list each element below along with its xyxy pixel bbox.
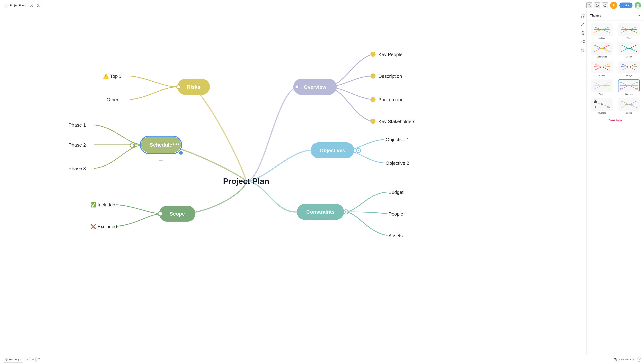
header: ‹ Project Plan ▾ i [0,0,322,11]
add-child: + [159,157,163,164]
other-label: Other [106,97,118,102]
canvas[interactable]: Project Plan Overview Key People Descrip… [0,11,322,182]
project-name[interactable]: Project Plan ▾ [10,4,26,7]
project-dropdown-icon: ▾ [25,4,26,6]
svg-text:i: i [31,4,32,7]
center-node-label: Project Plan [223,177,269,182]
header-left: ‹ Project Plan ▾ i [3,2,42,8]
svg-point-19 [130,144,134,147]
phase1-label: Phase 1 [69,122,86,128]
risks-connector [177,85,180,88]
phase3-label: Phase 3 [69,166,86,171]
svg-point-8 [295,85,299,88]
svg-point-17 [176,143,177,145]
phase2-label: Phase 2 [69,142,86,148]
top3-label: ⚠️ Top 3 [103,73,122,79]
header-icons: i [28,2,42,8]
info-icon: i [30,4,33,7]
mindmap-svg: Project Plan Overview Key People Descrip… [0,11,322,182]
info-button[interactable]: i [28,2,34,8]
svg-point-16 [173,143,174,145]
back-button[interactable]: ‹ [3,3,8,8]
download-button[interactable] [36,2,42,8]
svg-text:Overview: Overview [304,84,322,90]
svg-text:Risks: Risks [187,84,200,90]
project-name-label: Project Plan [10,4,24,7]
schedule-handle [179,151,183,155]
svg-point-18 [178,143,180,145]
download-icon [37,4,40,7]
svg-text:Schedule: Schedule [150,142,172,148]
svg-text:Objectives: Objectives [320,148,322,153]
